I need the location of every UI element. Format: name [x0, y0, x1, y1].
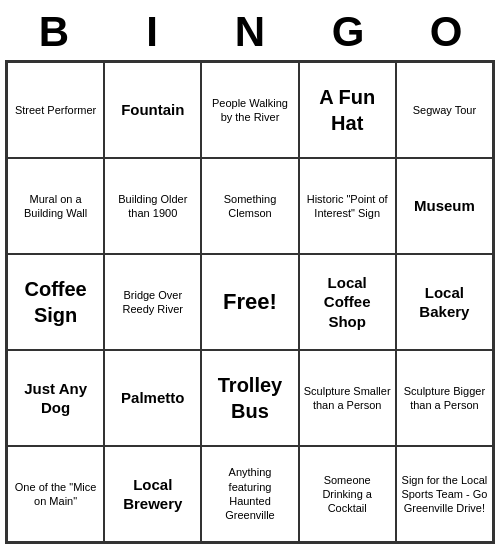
bingo-cell-20: One of the "Mice on Main": [7, 446, 104, 542]
bingo-cell-11: Bridge Over Reedy River: [104, 254, 201, 350]
bingo-cell-8: Historic "Point of Interest" Sign: [299, 158, 396, 254]
bingo-cell-15: Just Any Dog: [7, 350, 104, 446]
bingo-letter-o: O: [402, 8, 490, 56]
bingo-cell-21: Local Brewery: [104, 446, 201, 542]
bingo-letter-b: B: [10, 8, 98, 56]
bingo-cell-3: A Fun Hat: [299, 62, 396, 158]
bingo-cell-22: Anything featuring Haunted Greenville: [201, 446, 298, 542]
bingo-cell-24: Sign for the Local Sports Team - Go Gree…: [396, 446, 493, 542]
bingo-cell-12: Free!: [201, 254, 298, 350]
bingo-cell-4: Segway Tour: [396, 62, 493, 158]
bingo-cell-13: Local Coffee Shop: [299, 254, 396, 350]
bingo-cell-19: Sculpture Bigger than a Person: [396, 350, 493, 446]
bingo-cell-10: Coffee Sign: [7, 254, 104, 350]
bingo-cell-17: Trolley Bus: [201, 350, 298, 446]
bingo-letter-i: I: [108, 8, 196, 56]
bingo-cell-6: Building Older than 1900: [104, 158, 201, 254]
bingo-letter-n: N: [206, 8, 294, 56]
bingo-cell-7: Something Clemson: [201, 158, 298, 254]
bingo-cell-16: Palmetto: [104, 350, 201, 446]
bingo-cell-23: Someone Drinking a Cocktail: [299, 446, 396, 542]
bingo-letter-g: G: [304, 8, 392, 56]
bingo-grid: Street PerformerFountainPeople Walking b…: [5, 60, 495, 544]
bingo-cell-0: Street Performer: [7, 62, 104, 158]
bingo-cell-2: People Walking by the River: [201, 62, 298, 158]
bingo-cell-5: Mural on a Building Wall: [7, 158, 104, 254]
bingo-cell-9: Museum: [396, 158, 493, 254]
bingo-header: BINGO: [5, 8, 495, 56]
bingo-cell-1: Fountain: [104, 62, 201, 158]
bingo-cell-14: Local Bakery: [396, 254, 493, 350]
bingo-cell-18: Sculpture Smaller than a Person: [299, 350, 396, 446]
